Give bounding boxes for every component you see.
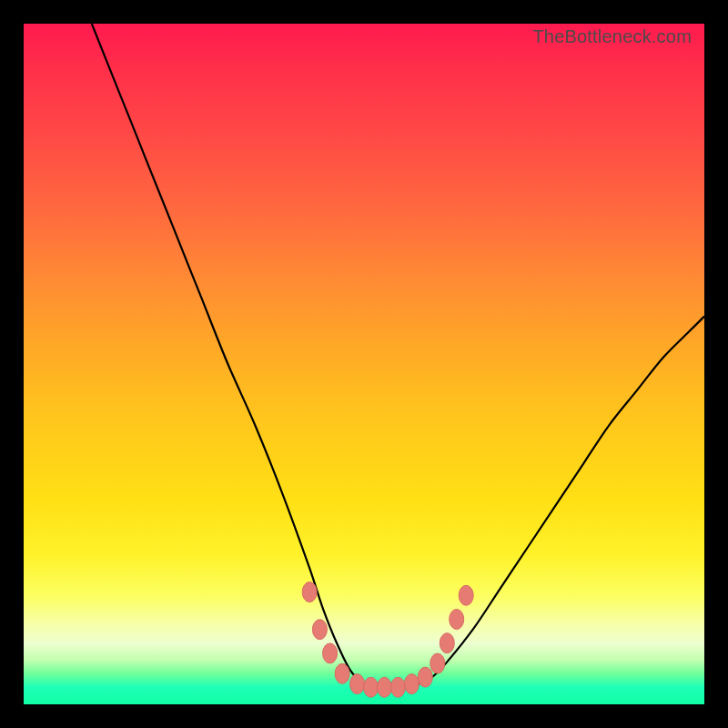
curve-marker [335,663,349,683]
curve-marker [430,653,445,673]
curve-marker [450,610,464,630]
curve-marker [377,677,391,697]
curve-marker [404,674,419,694]
chart-frame: TheBottleneck.com [0,0,728,728]
curve-marker [390,677,405,697]
curve-marker [323,643,338,663]
curve-marker [302,582,317,602]
curve-marker [312,620,327,640]
curve-marker [364,677,379,697]
curve-marker [350,674,365,694]
curve-markers [302,582,473,698]
curve-path [92,24,704,688]
plot-area: TheBottleneck.com [24,24,704,704]
curve-marker [440,633,454,653]
curve-marker [459,585,473,605]
curve-marker [418,667,432,687]
bottleneck-curve [24,24,704,704]
